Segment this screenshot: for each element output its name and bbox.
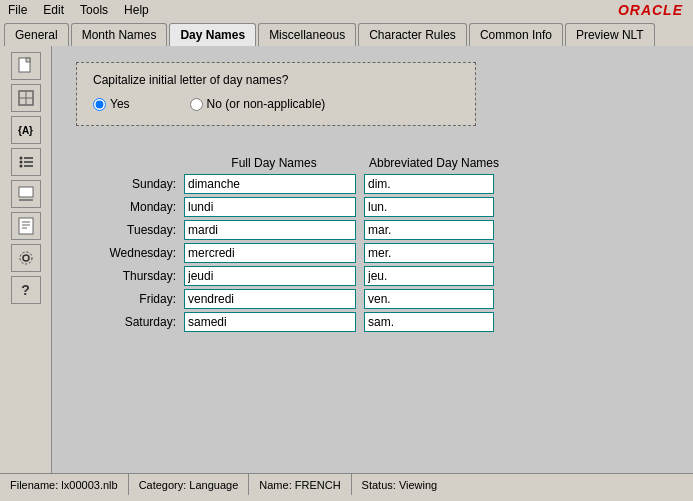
svg-point-6 [19, 161, 22, 164]
friday-abbr-input[interactable] [364, 289, 494, 309]
svg-rect-12 [19, 218, 33, 234]
day-row-monday: Monday: [76, 197, 669, 217]
oracle-logo: ORACLE [618, 2, 689, 18]
day-names-header: Full Day Names Abbreviated Day Names [184, 156, 669, 170]
monday-abbr-input[interactable] [364, 197, 494, 217]
content-area: Capitalize initial letter of day names? … [52, 46, 693, 473]
capitalize-label: Capitalize initial letter of day names? [93, 73, 459, 87]
day-row-friday: Friday: [76, 289, 669, 309]
edit-pencil-icon[interactable] [11, 180, 41, 208]
svg-point-4 [19, 157, 22, 160]
saturday-abbr-input[interactable] [364, 312, 494, 332]
sunday-abbr-input[interactable] [364, 174, 494, 194]
day-row-thursday: Thursday: [76, 266, 669, 286]
status-filename: Filename: lx00003.nlb [0, 474, 129, 495]
svg-point-17 [20, 252, 32, 264]
radio-group: Yes No (or non-applicable) [93, 97, 459, 111]
menu-file[interactable]: File [4, 2, 31, 18]
tab-character-rules[interactable]: Character Rules [358, 23, 467, 46]
friday-full-input[interactable] [184, 289, 356, 309]
menu-tools[interactable]: Tools [76, 2, 112, 18]
day-label-saturday: Saturday: [76, 315, 184, 329]
day-row-saturday: Saturday: [76, 312, 669, 332]
day-label-sunday: Sunday: [76, 177, 184, 191]
list-icon[interactable] [11, 148, 41, 176]
day-label-tuesday: Tuesday: [76, 223, 184, 237]
day-row-wednesday: Wednesday: [76, 243, 669, 263]
day-names-section: Full Day Names Abbreviated Day Names Sun… [76, 156, 669, 332]
status-bar: Filename: lx00003.nlb Category: Language… [0, 473, 693, 495]
help-icon[interactable]: ? [11, 276, 41, 304]
menu-help[interactable]: Help [120, 2, 153, 18]
status-name: Name: FRENCH [249, 474, 351, 495]
radio-no[interactable]: No (or non-applicable) [190, 97, 326, 111]
variable-icon[interactable]: {A} [11, 116, 41, 144]
full-day-header: Full Day Names [184, 156, 364, 170]
svg-rect-10 [19, 187, 33, 197]
tab-day-names[interactable]: Day Names [169, 23, 256, 46]
menu-edit[interactable]: Edit [39, 2, 68, 18]
new-icon[interactable] [11, 52, 41, 80]
day-row-tuesday: Tuesday: [76, 220, 669, 240]
day-label-thursday: Thursday: [76, 269, 184, 283]
day-label-monday: Monday: [76, 200, 184, 214]
menu-items: File Edit Tools Help [4, 2, 153, 18]
document-icon[interactable] [11, 212, 41, 240]
thursday-full-input[interactable] [184, 266, 356, 286]
wednesday-abbr-input[interactable] [364, 243, 494, 263]
radio-yes-label: Yes [110, 97, 130, 111]
svg-point-8 [19, 165, 22, 168]
sunday-full-input[interactable] [184, 174, 356, 194]
radio-no-label: No (or non-applicable) [207, 97, 326, 111]
monday-full-input[interactable] [184, 197, 356, 217]
tab-general[interactable]: General [4, 23, 69, 46]
thursday-abbr-input[interactable] [364, 266, 494, 286]
settings-icon[interactable] [11, 244, 41, 272]
tab-month-names[interactable]: Month Names [71, 23, 168, 46]
tuesday-abbr-input[interactable] [364, 220, 494, 240]
select-icon[interactable] [11, 84, 41, 112]
svg-point-16 [23, 255, 29, 261]
wednesday-full-input[interactable] [184, 243, 356, 263]
day-label-wednesday: Wednesday: [76, 246, 184, 260]
tab-miscellaneous[interactable]: Miscellaneous [258, 23, 356, 46]
day-row-sunday: Sunday: [76, 174, 669, 194]
abbr-day-header: Abbreviated Day Names [364, 156, 504, 170]
tuesday-full-input[interactable] [184, 220, 356, 240]
status-category: Category: Language [129, 474, 250, 495]
radio-yes[interactable]: Yes [93, 97, 130, 111]
left-toolbar: {A} ? [0, 46, 52, 473]
menu-bar: File Edit Tools Help ORACLE [0, 0, 693, 20]
saturday-full-input[interactable] [184, 312, 356, 332]
day-label-friday: Friday: [76, 292, 184, 306]
tab-bar: General Month Names Day Names Miscellane… [0, 20, 693, 46]
status-viewing: Status: Viewing [352, 474, 448, 495]
main-container: {A} ? Capitalize initial letter of day n… [0, 46, 693, 473]
capitalize-group: Capitalize initial letter of day names? … [76, 62, 476, 126]
tab-common-info[interactable]: Common Info [469, 23, 563, 46]
tab-preview-nlt[interactable]: Preview NLT [565, 23, 655, 46]
